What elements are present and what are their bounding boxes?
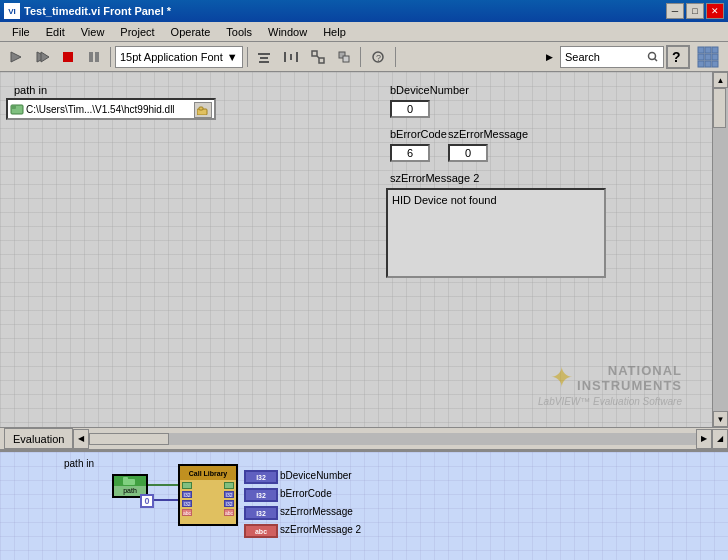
menu-window[interactable]: Window	[260, 24, 315, 40]
wire-constant	[154, 499, 178, 501]
bd-sz-error-message-label: szErrorMessage	[280, 506, 353, 517]
svg-rect-9	[284, 52, 286, 62]
horizontal-scrollbar[interactable]: ◀ ▶	[73, 428, 712, 449]
distribute-button[interactable]	[278, 45, 304, 69]
search-arrow-button[interactable]: ▶	[541, 45, 558, 69]
svg-marker-0	[11, 52, 21, 62]
window-controls[interactable]: ─ □ ✕	[666, 3, 724, 19]
scroll-left-button[interactable]: ◀	[73, 429, 89, 449]
search-box[interactable]	[560, 46, 664, 68]
svg-rect-33	[199, 107, 203, 110]
svg-marker-2	[41, 52, 49, 62]
search-icon	[647, 51, 659, 63]
status-bar: Evaluation ◀ ▶ ◢	[0, 427, 728, 449]
bd-b-device-number-terminal: I32	[244, 470, 278, 484]
b-error-code-control[interactable]: 6	[390, 144, 430, 162]
bd-path-in-label: path in	[64, 458, 94, 469]
menu-file[interactable]: File	[4, 24, 38, 40]
run-arrow-button[interactable]	[4, 45, 28, 69]
svg-rect-5	[95, 52, 99, 62]
corner-button[interactable]: ◢	[712, 429, 728, 449]
svg-line-14	[317, 56, 319, 58]
window-title: Test_timedit.vi Front Panel *	[24, 5, 171, 17]
sz-error-message-control[interactable]: 0	[448, 144, 488, 162]
maximize-button[interactable]: □	[686, 3, 704, 19]
svg-rect-31	[11, 105, 16, 109]
bd-sz-error-message-2-terminal: abc	[244, 524, 278, 538]
svg-rect-26	[712, 54, 718, 60]
h-scroll-track[interactable]	[89, 433, 696, 445]
svg-rect-3	[63, 52, 73, 62]
separator-4	[395, 47, 396, 67]
font-dropdown[interactable]: 15pt Application Font ▼	[115, 46, 243, 68]
font-label: 15pt Application Font	[120, 51, 223, 63]
svg-rect-16	[343, 56, 349, 62]
svg-line-20	[655, 58, 658, 61]
evaluation-label: Evaluation	[4, 428, 73, 449]
separator-3	[360, 47, 361, 67]
sz-error-message-2-label: szErrorMessage 2	[390, 172, 479, 184]
scroll-track[interactable]	[713, 88, 728, 411]
path-in-control[interactable]: C:\Users\Tim...\V1.54\hct99hid.dll	[6, 98, 216, 120]
sz-error-message-label: szErrorMessage	[448, 128, 528, 140]
menu-tools[interactable]: Tools	[218, 24, 260, 40]
help-question-button[interactable]: ?	[666, 45, 690, 69]
menu-help[interactable]: Help	[315, 24, 354, 40]
svg-rect-25	[705, 54, 711, 60]
scroll-down-button[interactable]: ▼	[713, 411, 728, 427]
menu-edit[interactable]: Edit	[38, 24, 73, 40]
svg-rect-6	[258, 53, 270, 55]
svg-rect-29	[712, 61, 718, 67]
sz-error-message-2-control[interactable]: HID Device not found	[386, 188, 606, 278]
path-in-label: path in	[14, 84, 47, 96]
svg-rect-4	[89, 52, 93, 62]
front-panel[interactable]: path in C:\Users\Tim...\V1.54\hct99hid.d…	[0, 72, 712, 427]
run-continuously-button[interactable]	[30, 45, 54, 69]
bd-sz-error-message-2-label: szErrorMessage 2	[280, 524, 361, 535]
menu-bar: File Edit View Project Operate Tools Win…	[0, 22, 728, 42]
menu-project[interactable]: Project	[112, 24, 162, 40]
close-button[interactable]: ✕	[706, 3, 724, 19]
svg-rect-27	[698, 61, 704, 67]
menu-view[interactable]: View	[73, 24, 113, 40]
sz-error-message-2-value: HID Device not found	[388, 190, 604, 210]
b-device-number-control[interactable]: 0	[390, 100, 430, 118]
help-context-button[interactable]: ?	[365, 45, 391, 69]
svg-rect-22	[705, 47, 711, 53]
dll-block: Call Library I32 I32 I32 I32 abc abc	[178, 464, 238, 526]
toolkit-grid-button[interactable]	[692, 45, 724, 69]
resize-button[interactable]	[306, 45, 330, 69]
ni-evaluation-text: LabVIEW™ Evaluation Software	[538, 396, 682, 407]
path-browse-button[interactable]	[194, 102, 212, 118]
reorder-button[interactable]	[332, 45, 356, 69]
vertical-scrollbar[interactable]: ▲ ▼	[712, 72, 728, 427]
abort-button[interactable]	[56, 45, 80, 69]
bd-b-device-number-label: bDeviceNumber	[280, 470, 352, 481]
block-diagram[interactable]: path in path Call Library I32 I32 I32 I3…	[0, 449, 728, 560]
menu-operate[interactable]: Operate	[163, 24, 219, 40]
svg-rect-28	[705, 61, 711, 67]
scroll-thumb[interactable]	[713, 88, 726, 128]
bd-constant-zero: 0	[140, 494, 154, 508]
path-icon	[10, 102, 24, 116]
svg-rect-11	[296, 52, 298, 62]
ni-name-line2: INSTRUMENTS	[577, 378, 682, 393]
h-scroll-thumb[interactable]	[89, 433, 169, 445]
align-button[interactable]	[252, 45, 276, 69]
scroll-up-button[interactable]: ▲	[713, 72, 728, 88]
search-input[interactable]	[565, 51, 645, 63]
app-icon: VI	[4, 3, 20, 19]
svg-rect-21	[698, 47, 704, 53]
svg-rect-24	[698, 54, 704, 60]
scroll-right-button[interactable]: ▶	[696, 429, 712, 449]
main-content: path in C:\Users\Tim...\V1.54\hct99hid.d…	[0, 72, 728, 427]
sz-error-message-value: 0	[465, 147, 471, 159]
svg-rect-35	[123, 477, 128, 481]
svg-rect-7	[260, 57, 268, 59]
b-error-code-label: bErrorCode	[390, 128, 447, 140]
minimize-button[interactable]: ─	[666, 3, 684, 19]
bd-sz-error-message-terminal: I32	[244, 506, 278, 520]
b-error-code-value: 6	[407, 147, 413, 159]
pause-button[interactable]	[82, 45, 106, 69]
ni-star-icon: ✦	[550, 361, 573, 394]
